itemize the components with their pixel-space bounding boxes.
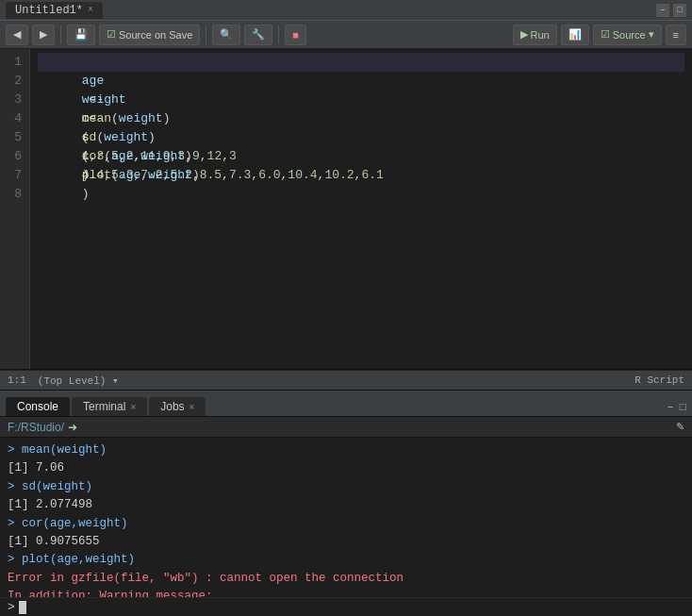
code-token: cor — [82, 149, 104, 163]
tab-jobs-close[interactable]: × — [189, 402, 195, 412]
source-check-icon: ☑ — [601, 28, 610, 41]
code-token: ) — [82, 187, 90, 201]
run-icon: ▶ — [520, 28, 528, 41]
source-on-save-button[interactable]: ☑ Source on Save — [99, 25, 200, 45]
forward-button[interactable]: ▶ — [32, 25, 55, 45]
line-num-2: 2 — [6, 72, 22, 91]
console-line: Error in gzfile(file, "wb") : cannot ope… — [8, 570, 684, 588]
source-on-save-label: Source on Save — [119, 29, 192, 41]
editor-tab-label: Untitled1* — [15, 4, 83, 17]
save-button[interactable]: 💾 — [67, 25, 95, 45]
tab-jobs-label: Jobs — [160, 400, 184, 413]
toplevel-dropdown-icon: ▾ — [112, 375, 119, 387]
code-token: age — [82, 74, 104, 88]
path-label: F:/RStudio/ — [8, 421, 64, 434]
save-icon: 💾 — [74, 28, 88, 41]
console-controls: ✎ — [676, 421, 684, 433]
file-type: R Script — [634, 375, 684, 386]
line-num-4: 4 — [6, 109, 22, 128]
minimize-button[interactable]: – — [656, 4, 669, 17]
line-num-7: 7 — [6, 166, 22, 185]
editor-toolbar: ◀ ▶ 💾 ☑ Source on Save 🔍 🔧 ■ ▶ Run 📊 ☑ S… — [0, 21, 692, 49]
console-prompt: > — [8, 600, 15, 614]
tab-jobs[interactable]: Jobs × — [149, 397, 206, 416]
status-right: R Script — [634, 375, 684, 386]
tab-console[interactable]: Console — [6, 397, 70, 416]
title-bar: Untitled1* × – □ — [0, 0, 692, 21]
source-dropdown-icon: ▾ — [649, 28, 654, 41]
window-controls: – □ — [656, 4, 686, 17]
console-line: [1] 2.077498 — [8, 496, 684, 514]
code-line-3: mean(weight) — [38, 91, 684, 109]
wrench-icon: 🔧 — [252, 28, 265, 41]
run-button[interactable]: ▶ Run — [513, 25, 557, 45]
line-num-8: 8 — [6, 185, 22, 204]
console-path: F:/RStudio/ ➜ — [8, 421, 77, 434]
checkbox-icon: ☑ — [107, 28, 116, 41]
console-minimize-icon[interactable]: – — [667, 401, 674, 414]
toolbar-sep-1 — [60, 25, 61, 44]
line-num-3: 3 — [6, 91, 22, 109]
console-panel: Console Terminal × Jobs × – □ F:/RStudio… — [0, 391, 692, 616]
console-line: [1] 7.06 — [8, 459, 684, 477]
compile-icon: 📊 — [568, 28, 582, 41]
console-tabs: Console Terminal × Jobs × – □ — [0, 391, 692, 417]
maximize-button[interactable]: □ — [673, 4, 686, 17]
code-token: plot — [82, 168, 111, 182]
console-line: In addition: Warning message: — [8, 588, 684, 597]
top-level-indicator[interactable]: (Top Level) ▾ — [38, 375, 119, 387]
forward-icon: ▶ — [40, 28, 47, 41]
search-button[interactable]: 🔍 — [212, 25, 240, 45]
options-button[interactable]: ≡ — [666, 25, 686, 45]
source-button[interactable]: ☑ Source ▾ — [593, 25, 662, 45]
options-icon: ≡ — [673, 29, 679, 41]
status-bar: 1:1 (Top Level) ▾ R Script — [0, 370, 692, 391]
path-navigate-icon[interactable]: ➜ — [68, 421, 77, 434]
run-label: Run — [531, 29, 550, 41]
back-button[interactable]: ◀ — [6, 25, 28, 45]
console-line: > plot(age,weight) — [8, 551, 684, 569]
tab-console-label: Console — [17, 400, 58, 413]
line-num-1: 1 — [6, 53, 22, 72]
code-editor[interactable]: age <- c ( 1,3,5,2,11,9,3,9,12,3 ) weigh… — [30, 49, 692, 369]
tab-terminal-close[interactable]: × — [130, 402, 136, 412]
stop-button[interactable]: ■ — [285, 25, 306, 45]
line-num-5: 5 — [6, 128, 22, 147]
console-maximize-icon[interactable]: □ — [680, 401, 686, 414]
tab-terminal-label: Terminal — [83, 400, 125, 413]
code-line-1: age <- c ( 1,3,5,2,11,9,3,9,12,3 ) — [38, 53, 684, 72]
wrench-button[interactable]: 🔧 — [244, 25, 272, 45]
editor-tab[interactable]: Untitled1* × — [6, 2, 103, 19]
search-icon: 🔍 — [220, 28, 233, 41]
console-output[interactable]: > mean(weight) [1] 7.06 > sd(weight) [1]… — [0, 438, 692, 597]
editor-tab-close[interactable]: × — [88, 5, 93, 15]
stop-icon: ■ — [292, 29, 299, 41]
source-label: Source — [613, 29, 646, 41]
line-numbers: 1 2 3 4 5 6 7 8 — [0, 49, 30, 369]
toolbar-sep-2 — [206, 25, 206, 44]
toolbar-sep-3 — [278, 25, 279, 44]
console-line: > cor(age,weight) — [8, 515, 684, 533]
tab-terminal[interactable]: Terminal × — [72, 397, 147, 416]
console-line: > mean(weight) — [8, 441, 684, 459]
cursor-position: 1:1 — [8, 375, 26, 386]
line-num-6: 6 — [6, 147, 22, 166]
back-icon: ◀ — [13, 28, 21, 41]
code-token: sd — [82, 130, 97, 144]
console-input-line[interactable]: > — [0, 597, 692, 616]
code-line-8 — [38, 185, 684, 204]
console-pencil-icon[interactable]: ✎ — [676, 421, 684, 433]
console-line: [1] 0.9075655 — [8, 533, 684, 551]
editor-area: 1 2 3 4 5 6 7 8 age <- c ( 1,3,5,2,11,9,… — [0, 49, 692, 370]
console-header: F:/RStudio/ ➜ ✎ — [0, 417, 692, 438]
code-line-2: weight <- c ( 4.4,5.3,7.2,5.2,8.5,7.3,6.… — [38, 72, 684, 91]
code-token: weight — [82, 92, 126, 107]
code-token: mean — [82, 111, 111, 125]
console-cursor — [19, 601, 26, 614]
compile-button[interactable]: 📊 — [561, 25, 589, 45]
console-line: > sd(weight) — [8, 478, 684, 496]
